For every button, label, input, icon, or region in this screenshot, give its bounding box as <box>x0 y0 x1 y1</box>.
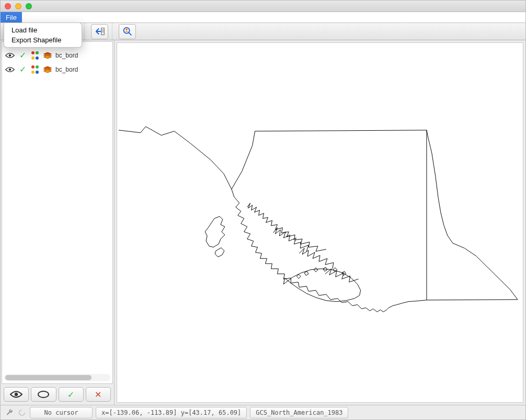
menu-file-label: File <box>6 14 17 21</box>
layers-list: ✓ <box>2 42 112 374</box>
close-window-button[interactable] <box>5 3 11 9</box>
attribute-table-button[interactable] <box>91 24 108 39</box>
svg-point-10 <box>19 410 25 415</box>
layer-row[interactable]: ✓ <box>2 48 112 62</box>
sidebar: Layers ✓ <box>1 40 115 405</box>
layer-type-icon <box>43 51 52 60</box>
arrow-list-icon <box>94 26 106 37</box>
svg-point-7 <box>9 68 12 71</box>
layers-panel: ✓ <box>2 41 113 384</box>
layers-scrollbar[interactable] <box>4 374 110 381</box>
cursor-readout: No cursor <box>30 407 93 418</box>
svg-point-6 <box>9 54 12 56</box>
toolbar-separator <box>112 23 115 40</box>
eye-icon <box>10 390 22 399</box>
visibility-icon[interactable] <box>5 52 15 59</box>
file-menu-dropdown: Load file Export Shapefile <box>4 22 82 48</box>
check-icon: ✓ <box>18 50 27 60</box>
svg-point-8 <box>15 393 18 396</box>
eye-icon <box>5 66 15 73</box>
eye-outline-icon <box>37 390 50 399</box>
palette-dots-icon <box>30 65 40 74</box>
app-window: File Load file Export Shapefile <box>0 0 526 420</box>
layer-label: bc_bord <box>55 66 78 73</box>
extent-readout: x=[-139.06, -113.89] y=[43.17, 65.09] <box>96 407 247 418</box>
progress-spinner-icon <box>17 409 27 416</box>
layer-type-icon <box>43 65 52 74</box>
stack-icon <box>43 51 52 60</box>
svg-line-4 <box>128 32 131 36</box>
layer-action-buttons: ✓ ✕ <box>1 384 114 405</box>
hide-all-button[interactable] <box>31 387 56 402</box>
map-canvas[interactable] <box>117 42 523 403</box>
crs-readout: GCS_North_American_1983 <box>250 407 348 418</box>
minimize-window-button[interactable] <box>15 3 21 9</box>
menu-file[interactable]: File <box>1 12 22 22</box>
menubar: File <box>1 12 525 23</box>
menu-item-export-shapefile[interactable]: Export Shapefile <box>4 35 82 45</box>
magnifier-person-icon <box>122 26 133 37</box>
titlebar <box>1 1 525 12</box>
toolbar-separator <box>84 23 87 40</box>
svg-rect-0 <box>101 28 104 35</box>
palette-dots-icon <box>30 51 40 60</box>
statusbar: No cursor x=[-139.06, -113.89] y=[43.17,… <box>1 405 525 419</box>
svg-point-5 <box>125 29 128 31</box>
style-icon[interactable] <box>30 51 40 60</box>
remove-layer-button[interactable]: ✕ <box>86 387 111 402</box>
x-icon: ✕ <box>95 390 101 400</box>
map-drawing <box>117 43 523 402</box>
show-all-button[interactable] <box>4 387 29 402</box>
visibility-icon[interactable] <box>5 66 15 73</box>
check-icon: ✓ <box>67 390 74 400</box>
menu-item-load-file[interactable]: Load file <box>4 25 82 35</box>
eye-icon <box>5 52 15 59</box>
identify-tool-button[interactable] <box>119 24 136 39</box>
layer-label: bc_bord <box>55 52 78 59</box>
stack-icon <box>43 65 52 74</box>
content-area: Layers ✓ <box>1 40 525 405</box>
zoom-window-button[interactable] <box>26 3 32 9</box>
select-all-button[interactable]: ✓ <box>59 387 84 402</box>
style-icon[interactable] <box>30 65 40 74</box>
check-icon: ✓ <box>18 64 27 74</box>
layer-row[interactable]: ✓ <box>2 62 112 76</box>
wrench-icon[interactable] <box>5 408 14 417</box>
svg-point-9 <box>38 391 49 398</box>
